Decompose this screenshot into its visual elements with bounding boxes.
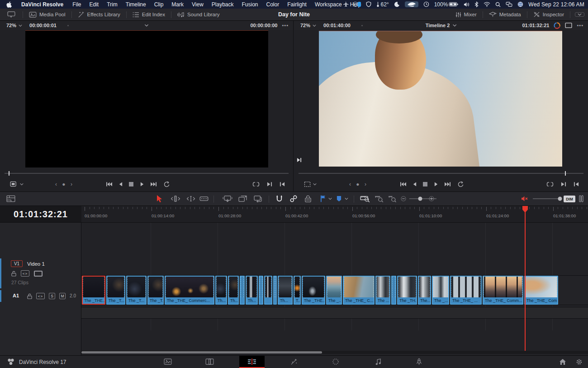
metadata-button[interactable]: Metadata	[483, 9, 527, 20]
page-color[interactable]	[323, 356, 348, 368]
menu-timeline[interactable]: Timeline	[122, 1, 150, 8]
match-frame-icon[interactable]	[297, 158, 302, 162]
timeline-view-options-button[interactable]	[6, 196, 15, 202]
source-first-frame-button[interactable]	[106, 182, 113, 187]
video-lane[interactable]: The _THE...The _T...The _T...The _T...Th…	[81, 275, 588, 305]
timeline-clip[interactable]: The _T...	[147, 276, 164, 305]
track-enable-icon[interactable]	[34, 271, 43, 277]
volume-slider-knob[interactable]	[558, 197, 562, 201]
volume-icon[interactable]	[464, 2, 469, 7]
timeline-clip[interactable]: The _THE_ C...	[343, 276, 375, 305]
timeline-clip[interactable]: The ...	[375, 276, 390, 305]
timeline-step-back-button[interactable]	[413, 182, 417, 187]
timeline-name-dropdown[interactable]: Timeline 2	[426, 23, 457, 28]
monitor-volume-slider[interactable]	[533, 198, 560, 199]
timeline-viewer-options-button[interactable]: •••	[577, 23, 583, 28]
source-step-back-button[interactable]	[119, 182, 123, 187]
menu-workspace[interactable]: Workspace	[311, 1, 346, 8]
color-management-icon[interactable]	[554, 22, 560, 29]
menubar-clock[interactable]: Wed Sep 22 12:06 AM	[528, 1, 584, 8]
timeline-clip[interactable]: The _T...	[126, 276, 147, 305]
page-deliver[interactable]	[406, 356, 432, 368]
position-lock-button[interactable]	[304, 195, 312, 202]
annotation-pointer-button[interactable]	[0, 9, 23, 20]
video-track-header[interactable]: V1 Video 1 <> 27 Clips	[0, 258, 81, 288]
menu-playback[interactable]: Playback	[208, 1, 238, 8]
source-options-button[interactable]: •••	[282, 23, 289, 28]
timeline-clip[interactable]	[264, 276, 272, 305]
sound-library-button[interactable]: Sound Library	[171, 9, 226, 20]
wifi-icon[interactable]	[484, 2, 490, 7]
dynamic-trim-mode-tool[interactable]	[186, 195, 196, 202]
menu-view[interactable]: View	[188, 1, 208, 8]
timeline-clip[interactable]: Th...	[215, 276, 227, 305]
page-fusion[interactable]	[281, 356, 307, 368]
replace-clip-button[interactable]	[254, 195, 263, 202]
menu-app-name[interactable]: DaVinci Resolve	[16, 1, 68, 8]
source-goto-in-button[interactable]	[280, 182, 285, 187]
timeline-clip[interactable]: The _THE_ Comm...	[483, 276, 523, 305]
apple-menu-icon[interactable]	[6, 1, 12, 8]
insert-clip-button[interactable]	[223, 195, 232, 202]
custom-zoom-button[interactable]	[388, 195, 396, 202]
temperature-widget[interactable]: 62°	[376, 1, 389, 8]
scrollbar-thumb[interactable]	[81, 351, 322, 354]
spotlight-search-icon[interactable]	[495, 2, 501, 7]
collapse-toolbar-button[interactable]	[575, 12, 584, 17]
timeline-loop-range-button[interactable]	[546, 182, 554, 187]
menu-fusion[interactable]: Fusion	[238, 1, 262, 8]
timeline-goto-in-button[interactable]	[574, 182, 579, 187]
do-not-disturb-moon-icon[interactable]	[394, 1, 400, 7]
full-extent-zoom-button[interactable]	[360, 195, 370, 202]
marker-dropdown-chevron[interactable]	[345, 198, 348, 200]
mute-audio-button[interactable]	[521, 196, 528, 202]
source-stop-button[interactable]	[129, 182, 133, 186]
page-fairlight[interactable]	[365, 356, 391, 368]
dim-button[interactable]: DIM	[564, 196, 575, 202]
source-scrubber-playhead[interactable]	[9, 171, 9, 176]
display-switcher-icon[interactable]	[506, 2, 512, 7]
timeline-clip[interactable]: The _T...	[106, 276, 125, 305]
audio-track-header[interactable]: A1 <> S M 2.0	[0, 290, 81, 302]
playhead-line[interactable]	[525, 206, 526, 351]
timeline-zoom-dropdown[interactable]: 72%	[294, 23, 316, 28]
effects-library-button[interactable]: Effects Library	[72, 9, 126, 20]
timeline-clip[interactable]: T...	[294, 276, 301, 305]
timeline-clip[interactable]: The _...	[326, 276, 342, 305]
source-zoom-dropdown[interactable]: 72%	[0, 23, 22, 28]
timeline-scrubber-playhead[interactable]	[565, 171, 566, 176]
menu-mark[interactable]: Mark	[167, 1, 188, 8]
video-track-badge[interactable]: V1	[11, 260, 23, 267]
timeline-video-canvas[interactable]	[319, 31, 562, 167]
project-manager-home-button[interactable]	[560, 359, 566, 365]
timeline-last-frame-button[interactable]	[444, 182, 451, 187]
source-clip-dropdown[interactable]	[145, 24, 149, 27]
timeline-clip[interactable]: The _THE_ Commerc...	[165, 276, 214, 305]
timeline-clip[interactable]: The _THE...	[302, 276, 325, 305]
playhead-marker[interactable]	[522, 206, 529, 213]
audio-autoselect-icon[interactable]: <>	[36, 293, 45, 299]
media-pool-button[interactable]: Media Pool	[23, 9, 71, 20]
overwrite-clip-button[interactable]	[238, 195, 247, 202]
device-battery-widget-icon[interactable]	[354, 2, 361, 7]
timeline-scrubber[interactable]	[299, 173, 583, 174]
battery-status[interactable]: 100%	[434, 1, 459, 8]
active-app-swoosh-icon[interactable]	[405, 1, 418, 7]
timeline-clip[interactable]: The _THE_ ...	[450, 276, 482, 305]
zoom-out-button[interactable]	[401, 196, 406, 201]
inspector-button[interactable]: Inspector	[527, 9, 570, 20]
shield-icon[interactable]	[366, 1, 371, 7]
menu-fairlight[interactable]: Fairlight	[283, 1, 311, 8]
timeline-jog-control[interactable]: ‹ ● ›	[349, 181, 368, 187]
timeline-clip-selected[interactable]: The _THE...	[82, 276, 105, 305]
timeline-clip[interactable]	[240, 276, 245, 305]
timeline-clip[interactable]	[273, 276, 277, 305]
razor-edit-mode-tool[interactable]	[199, 196, 209, 202]
source-loop-range-button[interactable]	[252, 182, 260, 187]
linked-selection-button[interactable]	[290, 195, 297, 202]
audio-lock-icon[interactable]	[27, 293, 32, 299]
timeline-lanes[interactable]: The _THE...The _T...The _T...The _T...Th…	[81, 223, 588, 351]
timeline-clip[interactable]: The _THE_ Com...	[524, 276, 558, 305]
source-play-to-out-button[interactable]	[267, 182, 272, 187]
timeline-clip[interactable]: The...	[418, 276, 431, 305]
